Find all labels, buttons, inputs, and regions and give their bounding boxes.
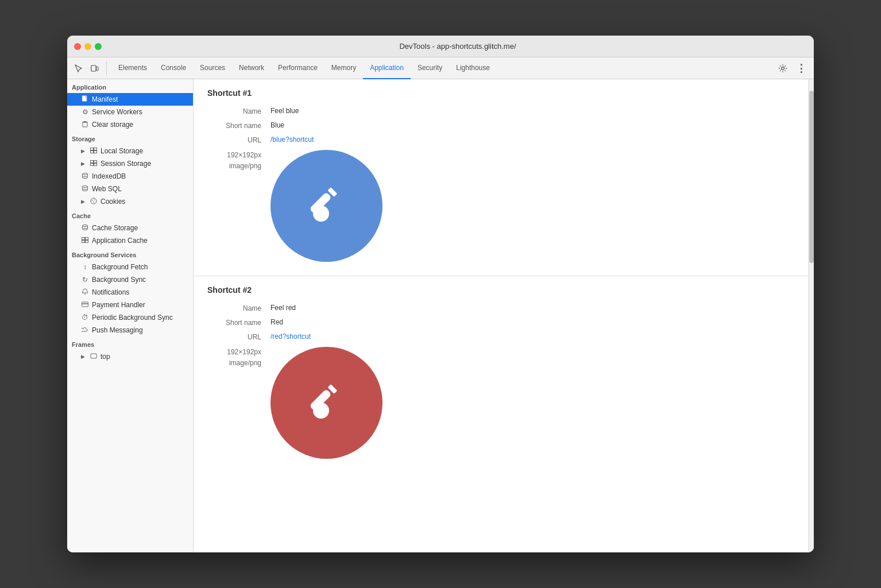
shortcut2-image-preview <box>271 347 382 459</box>
shortcut1-title: Shortcut #1 <box>207 88 794 98</box>
svg-point-20 <box>93 202 94 203</box>
settings-button[interactable] <box>775 60 791 76</box>
sidebar-item-periodic-bg-sync[interactable]: ⏱ Periodic Background Sync <box>67 311 193 324</box>
minimize-button[interactable] <box>84 43 91 50</box>
sidebar-item-manifest[interactable]: Manifest <box>67 93 193 106</box>
svg-point-15 <box>83 185 88 187</box>
cookies-expand-icon: ▶ <box>81 199 87 204</box>
svg-rect-0 <box>91 65 96 71</box>
cookies-label: Cookies <box>101 198 125 206</box>
shortcut2-url-link[interactable]: /red?shortcut <box>271 332 311 341</box>
main-area: Application Manifest ⚙ Service Workers C… <box>67 79 814 552</box>
tab-network[interactable]: Network <box>232 57 271 79</box>
svg-rect-10 <box>94 161 97 163</box>
sidebar-item-clear-storage[interactable]: Clear storage <box>67 118 193 131</box>
push-messaging-icon <box>81 326 89 335</box>
tab-application[interactable]: Application <box>363 57 411 79</box>
tab-security[interactable]: Security <box>411 57 449 79</box>
service-workers-icon: ⚙ <box>81 108 89 116</box>
cookies-icon <box>90 198 98 206</box>
scrollbar-thumb[interactable] <box>809 91 814 263</box>
page-icon <box>82 95 88 102</box>
cloud-icon <box>82 326 88 333</box>
cursor-icon <box>74 64 83 73</box>
background-fetch-icon: ↕ <box>81 263 89 271</box>
sidebar-item-cookies[interactable]: ▶ Cookies <box>67 195 193 208</box>
shortcut2-image-meta: 192×192px image/png <box>207 347 271 369</box>
devtools-container: Elements Console Sources Network Perform… <box>67 57 814 552</box>
background-services-section-label: Background Services <box>67 247 193 261</box>
tab-elements[interactable]: Elements <box>111 57 154 79</box>
svg-point-2 <box>782 67 785 69</box>
frames-icon <box>90 353 98 361</box>
local-storage-icon <box>90 147 98 155</box>
sidebar-item-service-workers[interactable]: ⚙ Service Workers <box>67 106 193 118</box>
tab-sources[interactable]: Sources <box>193 57 232 79</box>
shortcut2-name-row: Name Feel red <box>207 304 794 312</box>
local-storage-expand-icon: ▶ <box>81 148 87 154</box>
indexeddb-label: IndexedDB <box>92 172 126 180</box>
svg-rect-25 <box>82 241 85 243</box>
sidebar-item-web-sql[interactable]: Web SQL <box>67 183 193 195</box>
cursor-icon-btn[interactable] <box>72 61 86 75</box>
svg-point-17 <box>91 198 96 204</box>
payment-handler-label: Payment Handler <box>92 301 145 309</box>
sidebar-item-payment-handler[interactable]: Payment Handler <box>67 299 193 311</box>
svg-point-13 <box>83 173 88 175</box>
trash-icon <box>82 121 88 127</box>
shortcut2-shortname-value: Red <box>271 318 283 326</box>
sidebar-item-indexeddb[interactable]: IndexedDB <box>67 170 193 183</box>
tabs-list: Elements Console Sources Network Perform… <box>111 57 775 79</box>
shortcut2-name-value: Feel red <box>271 304 296 312</box>
svg-point-21 <box>83 225 88 226</box>
application-section-label: Application <box>67 79 193 93</box>
svg-rect-6 <box>94 148 97 150</box>
periodic-bg-sync-label: Periodic Background Sync <box>92 314 173 322</box>
web-sql-icon <box>81 185 89 194</box>
shortcut1-image-meta: 192×192px image/png <box>207 150 271 172</box>
sidebar-item-session-storage[interactable]: ▶ Session Storage <box>67 157 193 170</box>
svg-rect-11 <box>91 164 94 166</box>
session-storage-icon <box>90 160 98 168</box>
shortcut1-name-label: Name <box>207 107 271 115</box>
shortcut2-section: Shortcut #2 Name Feel red Short name Red… <box>194 276 808 473</box>
shortcut2-url-row: URL /red?shortcut <box>207 332 794 341</box>
notifications-label: Notifications <box>92 288 129 296</box>
sidebar-item-notifications[interactable]: Notifications <box>67 286 193 299</box>
tab-performance[interactable]: Performance <box>271 57 324 79</box>
periodic-bg-sync-icon: ⏱ <box>81 314 89 322</box>
shortcut1-url-link[interactable]: /blue?shortcut <box>271 136 314 144</box>
sidebar-item-cache-storage[interactable]: Cache Storage <box>67 222 193 234</box>
tab-memory[interactable]: Memory <box>324 57 363 79</box>
maximize-button[interactable] <box>95 43 102 50</box>
frames-expand-icon: ▶ <box>81 354 87 359</box>
tab-lighthouse[interactable]: Lighthouse <box>449 57 497 79</box>
shortcut1-shortname-value: Blue <box>271 121 284 129</box>
sidebar-item-background-sync[interactable]: ↻ Background Sync <box>67 273 193 286</box>
sidebar-item-background-fetch[interactable]: ↕ Background Fetch <box>67 261 193 273</box>
clear-storage-icon <box>81 121 89 129</box>
sidebar-item-frames-top[interactable]: ▶ top <box>67 350 193 363</box>
tab-console[interactable]: Console <box>154 57 193 79</box>
svg-rect-1 <box>96 67 98 71</box>
scrollbar-track[interactable] <box>808 79 814 552</box>
more-options-button[interactable]: ⋮ <box>793 60 809 76</box>
sidebar-item-local-storage[interactable]: ▶ Local Storage <box>67 145 193 157</box>
close-button[interactable] <box>74 43 81 50</box>
shortcut2-shortname-label: Short name <box>207 318 271 327</box>
tabs-bar: Elements Console Sources Network Perform… <box>67 57 814 79</box>
shortcut2-image-type: image/png <box>207 358 261 369</box>
tabs-right-icons: ⋮ <box>775 60 809 76</box>
content-panel: Shortcut #1 Name Feel blue Short name Bl… <box>194 79 808 552</box>
sidebar-item-push-messaging[interactable]: Push Messaging <box>67 324 193 336</box>
shortcut1-url-row: URL /blue?shortcut <box>207 136 794 144</box>
manifest-icon <box>81 95 89 104</box>
svg-rect-3 <box>82 95 87 101</box>
cookie-icon <box>90 198 97 204</box>
svg-rect-9 <box>91 161 94 163</box>
shortcut1-image-type: image/png <box>207 161 261 172</box>
svg-rect-26 <box>86 241 88 243</box>
device-icon-btn[interactable] <box>88 61 102 75</box>
storage-section-label: Storage <box>67 131 193 145</box>
sidebar-item-application-cache[interactable]: Application Cache <box>67 234 193 247</box>
